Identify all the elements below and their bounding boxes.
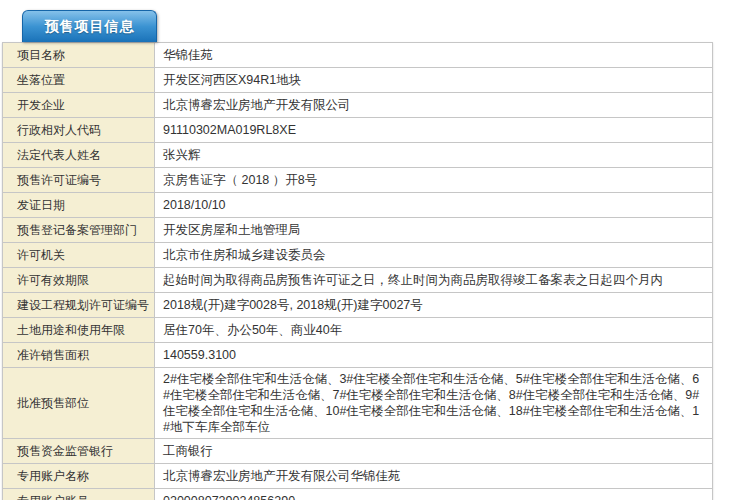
table-row-developer: 开发企业 北京博睿宏业房地产开发有限公司 bbox=[3, 93, 713, 118]
row-value: 2018规(开)建字0028号, 2018规(开)建字0027号 bbox=[155, 293, 713, 318]
row-value: 工商银行 bbox=[155, 439, 713, 464]
table-row-permit-authority: 许可机关 北京市住房和城乡建设委员会 bbox=[3, 243, 713, 268]
row-label: 准许销售面积 bbox=[3, 343, 155, 368]
row-label: 批准预售部位 bbox=[3, 368, 155, 439]
table-row-supervision-bank: 预售资金监管银行 工商银行 bbox=[3, 439, 713, 464]
table-row-issue-date: 发证日期 2018/10/10 bbox=[3, 193, 713, 218]
row-label: 许可有效期限 bbox=[3, 268, 155, 293]
table-row-admin-code: 行政相对人代码 91110302MA019RL8XE bbox=[3, 118, 713, 143]
row-label: 预售登记备案管理部门 bbox=[3, 218, 155, 243]
table-row-land-use-term: 土地用途和使用年限 居住70年、办公50年、商业40年 bbox=[3, 318, 713, 343]
row-value: 开发区房屋和土地管理局 bbox=[155, 218, 713, 243]
row-label: 专用账户名称 bbox=[3, 464, 155, 489]
table-row-legal-representative: 法定代表人姓名 张兴辉 bbox=[3, 143, 713, 168]
row-label: 行政相对人代码 bbox=[3, 118, 155, 143]
row-value: 张兴辉 bbox=[155, 143, 713, 168]
row-value: 0200080729024856290 bbox=[155, 489, 713, 500]
table-row-location: 坐落位置 开发区河西区X94R1地块 bbox=[3, 68, 713, 93]
row-label: 开发企业 bbox=[3, 93, 155, 118]
table-row-presale-permit-no: 预售许可证编号 京房售证字（ 2018 ）开8号 bbox=[3, 168, 713, 193]
row-value: 140559.3100 bbox=[155, 343, 713, 368]
row-label: 许可机关 bbox=[3, 243, 155, 268]
row-label: 坐落位置 bbox=[3, 68, 155, 93]
presale-info-page: 预售项目信息 项目名称 华锦佳苑 坐落位置 开发区河西区X94R1地块 开发企业… bbox=[0, 0, 736, 500]
table-row-account-name: 专用账户名称 北京博睿宏业房地产开发有限公司华锦佳苑 bbox=[3, 464, 713, 489]
row-label: 建设工程规划许可证编号 bbox=[3, 293, 155, 318]
row-label: 法定代表人姓名 bbox=[3, 143, 155, 168]
row-value: 华锦佳苑 bbox=[155, 43, 713, 68]
row-value: 北京市住房和城乡建设委员会 bbox=[155, 243, 713, 268]
row-value: 北京博睿宏业房地产开发有限公司 bbox=[155, 93, 713, 118]
tab-label: 预售项目信息 bbox=[45, 18, 135, 36]
table-row-registration-dept: 预售登记备案管理部门 开发区房屋和土地管理局 bbox=[3, 218, 713, 243]
row-value: 2#住宅楼全部住宅和生活仓储、3#住宅楼全部住宅和生活仓储、5#住宅楼全部住宅和… bbox=[155, 368, 713, 439]
row-label: 预售许可证编号 bbox=[3, 168, 155, 193]
table-row-planning-permit-no: 建设工程规划许可证编号 2018规(开)建字0028号, 2018规(开)建字0… bbox=[3, 293, 713, 318]
row-label: 预售资金监管银行 bbox=[3, 439, 155, 464]
row-value: 91110302MA019RL8XE bbox=[155, 118, 713, 143]
table-row-approved-sale-area: 准许销售面积 140559.3100 bbox=[3, 343, 713, 368]
tab-presale-project-info[interactable]: 预售项目信息 bbox=[22, 10, 157, 42]
row-label: 土地用途和使用年限 bbox=[3, 318, 155, 343]
row-value: 起始时间为取得商品房预售许可证之日，终止时间为商品房取得竣工备案表之日起四个月内 bbox=[155, 268, 713, 293]
row-value: 开发区河西区X94R1地块 bbox=[155, 68, 713, 93]
presale-info-table-body: 项目名称 华锦佳苑 坐落位置 开发区河西区X94R1地块 开发企业 北京博睿宏业… bbox=[3, 43, 713, 500]
presale-info-table: 项目名称 华锦佳苑 坐落位置 开发区河西区X94R1地块 开发企业 北京博睿宏业… bbox=[2, 42, 713, 500]
row-label: 发证日期 bbox=[3, 193, 155, 218]
table-row-account-number: 专用账户账号 0200080729024856290 bbox=[3, 489, 713, 500]
table-row-approved-presale-parts: 批准预售部位 2#住宅楼全部住宅和生活仓储、3#住宅楼全部住宅和生活仓储、5#住… bbox=[3, 368, 713, 439]
row-value: 北京博睿宏业房地产开发有限公司华锦佳苑 bbox=[155, 464, 713, 489]
row-value: 居住70年、办公50年、商业40年 bbox=[155, 318, 713, 343]
row-label: 项目名称 bbox=[3, 43, 155, 68]
table-row-permit-validity: 许可有效期限 起始时间为取得商品房预售许可证之日，终止时间为商品房取得竣工备案表… bbox=[3, 268, 713, 293]
row-value: 京房售证字（ 2018 ）开8号 bbox=[155, 168, 713, 193]
row-label: 专用账户账号 bbox=[3, 489, 155, 500]
row-value: 2018/10/10 bbox=[155, 193, 713, 218]
table-row-project-name: 项目名称 华锦佳苑 bbox=[3, 43, 713, 68]
